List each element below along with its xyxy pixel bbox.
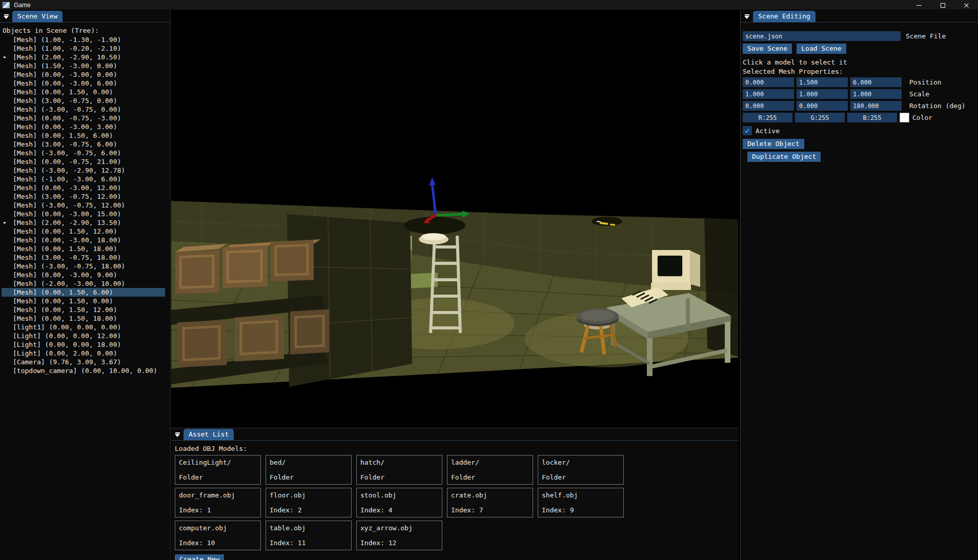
tree-item[interactable]: [Camera] (9.76, 3.09, 3.67) [2, 358, 165, 366]
scene-file-input[interactable] [743, 31, 901, 41]
tree-expand-arrow-icon[interactable]: ► [4, 53, 6, 61]
tree-item-label: [Mesh] (3.00, -0.75, 0.00) [13, 97, 117, 105]
tree-item[interactable]: [Mesh] (1.00, -1.30, -1.90) [2, 35, 165, 44]
collapse-arrow-icon[interactable] [173, 430, 181, 439]
tree-item[interactable]: ►[Mesh] (2.00, -2.90, 10.50) [2, 53, 165, 61]
active-checkbox[interactable]: ✔ [743, 126, 752, 135]
asset-grid: CeilingLight/Folderbed/Folderhatch/Folde… [175, 455, 636, 550]
duplicate-object-button[interactable]: Duplicate Object [747, 152, 821, 162]
tree-item[interactable]: [Mesh] (0.00, 1.50, 18.00) [2, 244, 165, 253]
tree-item[interactable]: [Mesh] (0.00, -3.00, 3.00) [2, 122, 165, 131]
scale-z-input[interactable] [850, 89, 902, 99]
asset-card-name: shelf.obj [542, 491, 620, 499]
asset-card[interactable]: floor.objIndex: 2 [266, 488, 352, 517]
color-label: Color [912, 114, 932, 121]
tree-item[interactable]: [Mesh] (0.00, -3.00, 6.00) [2, 79, 165, 88]
close-button[interactable] [954, 0, 978, 10]
position-z-input[interactable] [850, 77, 902, 87]
viewport-3d[interactable] [171, 10, 738, 428]
tree-item[interactable]: [Mesh] (0.00, -3.00, 12.00) [2, 183, 165, 192]
tree-item[interactable]: [Mesh] (0.00, -3.00, 15.00) [2, 210, 165, 218]
ceiling-light-mesh[interactable] [592, 217, 622, 226]
scene-file-label: Scene File [906, 32, 946, 40]
tree-item[interactable]: [Mesh] (0.00, 1.50, 0.00) [2, 88, 165, 96]
tab-asset-list[interactable]: Asset List [184, 429, 234, 440]
save-scene-button[interactable]: Save Scene [743, 44, 792, 54]
asset-card[interactable]: ladder/Folder [447, 455, 533, 485]
tree-item[interactable]: [Mesh] (0.00, -0.75, -3.00) [2, 114, 165, 122]
tree-item-label: [Mesh] (0.00, -3.00, 6.00) [13, 79, 117, 87]
tree-item[interactable]: [Mesh] (0.00, -3.00, 9.00) [2, 271, 165, 279]
tree-item[interactable]: [Mesh] (-3.00, -0.75, 0.00) [2, 105, 165, 114]
color-b-drag[interactable]: B:255 [847, 113, 897, 122]
tree-item[interactable]: [Mesh] (3.00, -0.75, 0.00) [2, 96, 165, 105]
color-swatch[interactable] [900, 113, 909, 122]
tree-item[interactable]: [Light] (0.00, 0.00, 18.00) [2, 340, 165, 349]
tree-item[interactable]: [Mesh] (0.00, -3.00, 0.00) [2, 70, 165, 79]
tree-expand-arrow-icon[interactable]: ► [4, 218, 6, 227]
tree-item[interactable]: [Mesh] (-3.00, -0.75, 18.00) [2, 262, 165, 271]
asset-card[interactable]: shelf.objIndex: 9 [538, 488, 624, 517]
scale-x-input[interactable] [743, 89, 794, 99]
tree-item[interactable]: [Mesh] (1.00, -0.20, -2.10) [2, 44, 165, 53]
tree-item[interactable]: [Mesh] (1.50, -3.00, 0.00) [2, 61, 165, 70]
load-scene-button[interactable]: Load Scene [797, 44, 846, 54]
asset-card-sub: Folder [179, 473, 257, 481]
create-new-button[interactable]: Create New [175, 554, 224, 560]
tree-item[interactable]: [Mesh] (3.00, -0.75, 18.00) [2, 253, 165, 262]
tree-item[interactable]: [Mesh] (3.00, -0.75, 12.00) [2, 192, 165, 201]
tree-item[interactable]: [Mesh] (0.00, -3.00, 18.00) [2, 236, 165, 244]
titlebar: Game [0, 0, 978, 10]
collapse-arrow-icon[interactable] [2, 12, 10, 21]
maximize-button[interactable] [931, 0, 954, 10]
position-y-input[interactable] [797, 77, 848, 87]
collapse-arrow-icon[interactable] [743, 12, 751, 21]
position-x-input[interactable] [743, 77, 794, 87]
tree-item[interactable]: [Mesh] (0.00, 1.50, 12.00) [2, 305, 165, 314]
minimize-button[interactable] [907, 0, 931, 10]
tree-item-label: [Mesh] (0.00, 1.50, 12.00) [13, 306, 117, 314]
crate-meshes[interactable] [171, 239, 329, 384]
tree-item[interactable]: [light1] (0.00, 0.00, 0.00) [2, 323, 165, 331]
asset-card[interactable]: crate.objIndex: 7 [447, 488, 533, 517]
tree-item[interactable]: [Mesh] (-3.00, -2.90, 12.78) [2, 166, 165, 175]
color-g-drag[interactable]: G:255 [795, 113, 845, 122]
tree-item[interactable]: [Light] (0.00, 2.00, 0.00) [2, 349, 165, 358]
tree-item[interactable]: [Mesh] (3.00, -0.75, 6.00) [2, 140, 165, 149]
rotation-x-input[interactable] [743, 101, 794, 111]
maximize-icon [941, 3, 945, 8]
tree-item[interactable]: ►[Mesh] (2.00, -2.90, 13.50) [2, 218, 165, 227]
asset-card[interactable]: locker/Folder [538, 455, 624, 485]
asset-card[interactable]: bed/Folder [266, 455, 352, 485]
tree-item[interactable]: [Mesh] (0.00, 1.50, 0.00) [2, 297, 165, 305]
tree-item[interactable]: [Mesh] (-3.00, -0.75, 12.00) [2, 201, 165, 210]
scale-y-input[interactable] [797, 89, 848, 99]
color-r-drag[interactable]: R:255 [743, 113, 792, 122]
asset-card[interactable]: table.objIndex: 11 [266, 521, 352, 550]
rotation-z-input[interactable] [850, 101, 902, 111]
tree-item[interactable]: [Mesh] (-1.00, -3.00, 6.00) [2, 175, 165, 183]
tree-item[interactable]: [Mesh] (-2.00, -3.00, 10.00) [2, 279, 165, 288]
window-title: Game [14, 2, 31, 9]
asset-card[interactable]: CeilingLight/Folder [175, 455, 261, 485]
tab-scene-view[interactable]: Scene View [12, 11, 63, 22]
delete-object-button[interactable]: Delete Object [743, 139, 804, 149]
asset-card[interactable]: xyz_arrow.objIndex: 12 [356, 521, 442, 550]
tab-scene-editing[interactable]: Scene Editing [753, 11, 816, 22]
tree-item[interactable]: [Mesh] (0.00, -0.75, 21.00) [2, 157, 165, 166]
tree-item[interactable]: [topdown_camera] (0.00, 10.00, 0.00) [2, 366, 165, 375]
tree-item[interactable]: [Mesh] (-3.00, -0.75, 6.00) [2, 149, 165, 157]
tree-item[interactable]: [Mesh] (0.00, 1.50, 6.00) [2, 131, 165, 140]
asset-card-name: hatch/ [360, 459, 438, 466]
asset-card[interactable]: door_frame.objIndex: 1 [175, 488, 261, 517]
asset-card[interactable]: computer.objIndex: 10 [175, 521, 261, 550]
tree-item[interactable]: [Light] (0.00, 0.00, 12.00) [2, 331, 165, 340]
asset-card[interactable]: stool.objIndex: 4 [356, 488, 442, 517]
tree-item-label: [Mesh] (0.00, 1.50, 12.00) [13, 227, 117, 235]
tree-item[interactable]: [Mesh] (0.00, 1.50, 12.00) [2, 227, 165, 236]
tree-item-label: [Mesh] (-1.00, -3.00, 6.00) [13, 175, 121, 183]
tree-item[interactable]: [Mesh] (0.00, 1.50, 6.00) [2, 288, 165, 297]
tree-item[interactable]: [Mesh] (0.00, 1.50, 18.00) [2, 314, 165, 323]
asset-card[interactable]: hatch/Folder [356, 455, 442, 485]
rotation-y-input[interactable] [797, 101, 848, 111]
